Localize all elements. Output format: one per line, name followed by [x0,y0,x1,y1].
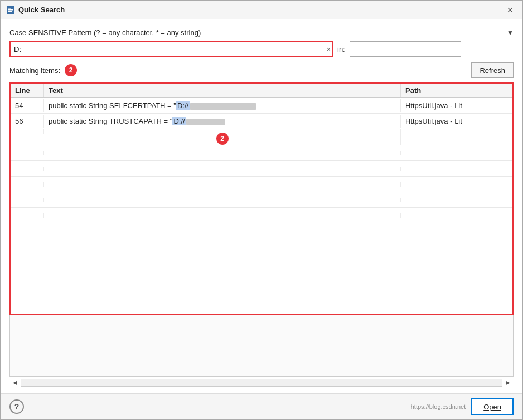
pattern-dropdown-arrow[interactable]: ▼ [507,29,514,37]
text-prefix-2: public static String TRUSTCAPATH = " [49,117,172,125]
cell-text-1: public static String SELFCERTPATH = "D:/… [44,99,401,112]
help-button[interactable]: ? [9,399,24,414]
col-text: Text [44,84,401,97]
table-row-empty-3 [11,177,512,192]
app-icon [6,6,15,14]
text-highlight-1: D:// [176,101,190,110]
scroll-track[interactable] [21,379,502,387]
table-row-empty-5 [11,208,512,223]
text-prefix-1: public static String SELFCERTPATH = " [49,101,176,110]
table-row-empty-4 [11,192,512,208]
badge-1: 2 [65,64,77,76]
svg-rect-3 [8,11,12,12]
matching-row: Matching items: 2 Refresh [9,62,514,78]
refresh-label: Refresh [480,66,505,75]
quick-search-dialog: Quick Search ✕ Case SENSITIVE Pattern (?… [0,0,523,420]
title-bar-left: Quick Search [6,6,65,14]
matching-label[interactable]: Matching items: [9,66,60,75]
text-blurred-1 [190,103,256,110]
cell-path-2: HttpsUtil.java - Lit [401,115,512,128]
search-input[interactable] [9,41,333,57]
cell-line-2: 56 [11,115,44,128]
search-input-wrapper: × [9,41,333,57]
title-bar: Quick Search ✕ [1,1,522,19]
dialog-body: Case SENSITIVE Pattern (? = any characte… [1,19,522,393]
table-body[interactable]: 54 public static String SELFCERTPATH = "… [11,98,512,314]
matching-left: Matching items: 2 [9,64,77,76]
close-button[interactable]: ✕ [503,3,517,17]
badge-2-container: 2 [44,129,401,145]
dialog-title: Quick Search [18,6,65,14]
empty-td-2 [401,129,512,134]
in-label: in: [337,45,345,53]
badge-2: 2 [216,133,229,145]
table-row-empty-2 [11,161,512,177]
preview-section [9,315,514,377]
badge-2-row: 2 [11,129,512,145]
scroll-left-arrow[interactable]: ◀ [9,378,21,387]
col-line: Line [11,84,44,97]
table-header: Line Text Path [11,84,512,98]
table-row-empty-1 [11,145,512,161]
pattern-label: Case SENSITIVE Pattern (? = any characte… [9,28,507,37]
results-table: Line Text Path 54 public static String S… [9,82,514,315]
col-path: Path [401,84,512,97]
scrollbar-row: ◀ ▶ [9,377,514,388]
text-blurred-2 [186,119,225,125]
scroll-right-arrow[interactable]: ▶ [502,378,514,387]
cell-line-1: 54 [11,99,44,112]
clear-button[interactable]: × [326,46,331,53]
svg-rect-2 [8,9,13,11]
refresh-button[interactable]: Refresh [471,62,514,78]
open-label: Open [483,403,501,411]
table-row[interactable]: 56 public static String TRUSTCAPATH = "D… [11,114,512,129]
cell-path-1: HttpsUtil.java - Lit [401,99,512,112]
bottom-bar: ? https://blog.csdn.net Open [1,393,522,419]
open-button[interactable]: Open [471,398,514,415]
bottom-right: https://blog.csdn.net Open [411,398,514,415]
search-row: × in: [9,41,514,57]
in-input[interactable] [350,41,461,57]
watermark-text: https://blog.csdn.net [411,403,466,410]
cell-text-2: public static String TRUSTCAPATH = "D:// [44,115,401,128]
svg-rect-1 [8,8,11,9]
text-highlight-2: D:// [172,117,186,125]
table-row[interactable]: 54 public static String SELFCERTPATH = "… [11,98,512,114]
pattern-row: Case SENSITIVE Pattern (? = any characte… [9,28,514,37]
empty-td-1 [11,129,44,134]
